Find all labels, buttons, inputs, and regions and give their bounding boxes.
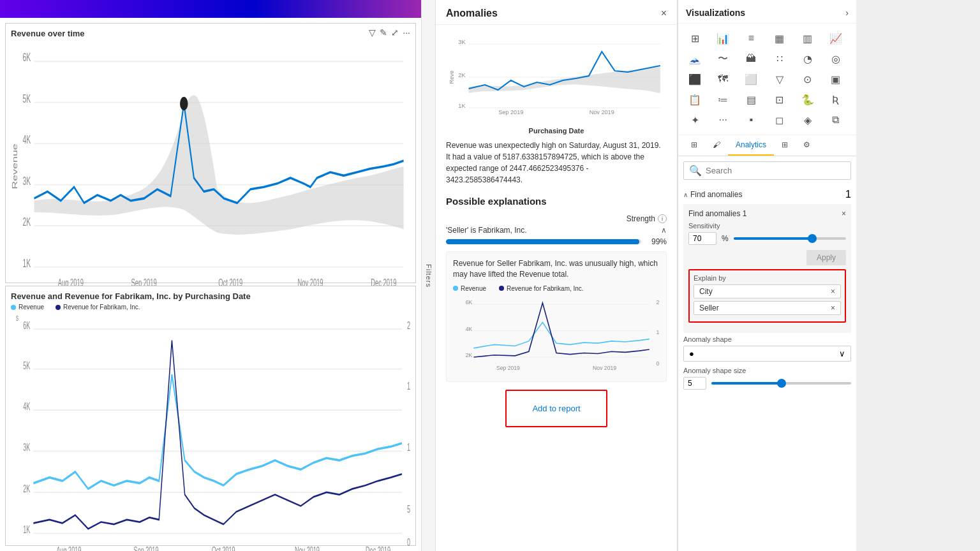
viz-icon-kpi[interactable]: 📋 — [683, 90, 706, 109]
viz-icon-table2[interactable]: ▤ — [739, 90, 762, 109]
legend-fabrikam: Revenue for Fabrikam, Inc. — [56, 304, 140, 311]
viz-icon-map[interactable]: 🗺 — [711, 70, 734, 89]
shape-size-input[interactable] — [683, 377, 706, 390]
viz-icon-table[interactable]: ⊞ — [683, 29, 706, 48]
size-row — [683, 377, 851, 390]
shape-size-slider[interactable] — [711, 382, 851, 385]
slider-fill — [734, 237, 812, 240]
svg-text:20K: 20K — [657, 299, 660, 305]
viz-icon-pie[interactable]: ◔ — [796, 49, 819, 68]
find-anomalies-count: 1 — [845, 189, 851, 200]
viz-icon-stacked-bar[interactable]: ≡ — [739, 29, 762, 48]
detail-legend-fabrikam: Revenue for Fabrikam, Inc. — [499, 285, 584, 292]
progress-bar-container: 99% — [446, 237, 667, 246]
tab-analytics[interactable]: Analytics — [728, 135, 774, 156]
svg-text:3K: 3K — [458, 39, 465, 45]
viz-icon-line[interactable]: 📈 — [824, 29, 847, 48]
filter-icon[interactable]: ▽ — [369, 27, 376, 38]
size-slider-fill — [711, 382, 782, 385]
viz-header: Visualizations › — [678, 0, 856, 24]
strength-info-icon: i — [658, 214, 667, 223]
svg-text:0K: 0K — [657, 360, 660, 367]
filters-label: Filters — [425, 264, 433, 288]
svg-text:4K: 4K — [23, 400, 30, 412]
viz-icon-scatter[interactable]: ∷ — [768, 49, 791, 68]
viz-icon-donut[interactable]: ◎ — [824, 49, 847, 68]
viz-icon-filled-map[interactable]: ⬜ — [739, 70, 762, 89]
svg-text:s: s — [16, 312, 19, 323]
svg-text:3K: 3K — [23, 442, 30, 453]
anomaly-description: Revenue was unexpectedly high on Saturda… — [446, 140, 667, 186]
viz-icon-more[interactable]: ··· — [711, 110, 734, 129]
svg-point-13 — [180, 97, 188, 110]
explain-tag-seller-close[interactable]: × — [831, 304, 835, 312]
viz-icon-waterfall[interactable]: 🏔 — [739, 49, 762, 68]
svg-text:Reve: Reve — [449, 71, 455, 84]
svg-text:Aug 2019: Aug 2019 — [56, 545, 81, 551]
viz-icon-area[interactable]: 🗻 — [683, 49, 706, 68]
anomalies-mini-chart-svg: 3K 2K 1K Reve Sep 2019 Nov 2019 — [446, 33, 667, 115]
anomalies-close-btn[interactable]: × — [661, 8, 667, 19]
explain-tag-city-label: City — [699, 287, 713, 296]
viz-icon-card[interactable]: ▣ — [824, 70, 847, 89]
viz-icon-gauge[interactable]: ⊙ — [796, 70, 819, 89]
apply-button[interactable]: Apply — [806, 250, 846, 265]
anomaly-shape-size-label: Anomaly shape size — [683, 367, 851, 374]
viz-icon-slicer[interactable]: ≔ — [711, 90, 734, 109]
viz-icon-python[interactable]: 🐍 — [796, 90, 819, 109]
anomalies-purchasing-label: Purchasing Date — [446, 127, 667, 135]
expand-icon[interactable]: ⤢ — [391, 27, 399, 38]
viz-icon-custom3[interactable]: ◈ — [796, 110, 819, 129]
tab-tools2[interactable]: ⚙ — [796, 135, 818, 156]
fa-card-close-btn[interactable]: × — [842, 209, 846, 218]
sensitivity-input[interactable] — [688, 232, 716, 245]
svg-text:6K: 6K — [466, 299, 473, 305]
viz-icon-ai-custom[interactable]: ✦ — [683, 110, 706, 129]
top-bar — [0, 0, 421, 18]
viz-icon-treemap[interactable]: ⬛ — [683, 70, 706, 89]
explain-tag-seller-label: Seller — [699, 304, 719, 312]
svg-text:15K: 15K — [407, 380, 410, 392]
tab-format[interactable]: 🖌 — [705, 135, 728, 156]
viz-icon-r[interactable]: Ʀ — [824, 90, 847, 109]
tab-build[interactable]: ⊞ — [683, 135, 705, 156]
edit-icon[interactable]: ✎ — [380, 27, 387, 38]
explain-tag-city-close[interactable]: × — [831, 287, 835, 296]
find-anomalies-caret[interactable]: ∧ — [683, 191, 688, 198]
viz-icon-custom1[interactable]: ▪ — [739, 110, 762, 129]
viz-icon-custom2[interactable]: ◻ — [768, 110, 791, 129]
add-to-report-button[interactable]: Add to report — [507, 399, 606, 418]
size-slider-track — [711, 382, 851, 385]
more-icon[interactable]: ··· — [403, 27, 410, 38]
analytics-label: Analytics — [736, 140, 766, 149]
slider-thumb[interactable] — [808, 234, 817, 243]
detail-mini-chart-svg: 6K 4K 2K 20K 10K 0K Sep 2019 Nov 2019 — [453, 296, 660, 372]
svg-text:1K: 1K — [23, 257, 31, 270]
viz-icon-ribbon[interactable]: 〜 — [711, 49, 734, 68]
progress-fill — [446, 239, 639, 244]
viz-icon-matrix[interactable]: ⊡ — [768, 90, 791, 109]
viz-icon-clustered-bar[interactable]: ▦ — [768, 29, 791, 48]
viz-icon-bar[interactable]: 📊 — [711, 29, 734, 48]
size-slider-thumb[interactable] — [777, 379, 786, 388]
search-input[interactable] — [706, 166, 845, 175]
svg-text:Nov 2019: Nov 2019 — [295, 545, 320, 551]
anomaly-shape-value: ● — [689, 349, 694, 358]
anomaly-shape-dropdown[interactable]: ● ∨ — [683, 346, 851, 362]
sensitivity-slider[interactable] — [734, 237, 846, 240]
svg-text:5K: 5K — [407, 503, 410, 515]
viz-icon-custom4[interactable]: ⧉ — [824, 110, 847, 129]
explain-by-label: Explain by — [694, 274, 841, 282]
anomalies-body: 3K 2K 1K Reve Sep 2019 Nov 2019 — [436, 25, 677, 551]
detail-legend: Revenue Revenue for Fabrikam, Inc. — [453, 285, 660, 292]
detail-dot-revenue — [453, 286, 458, 291]
viz-icon-100pct-bar[interactable]: ▥ — [796, 29, 819, 48]
viz-icon-funnel[interactable]: ▽ — [768, 70, 791, 89]
find-anomalies-label: ∧ Find anomalies — [683, 190, 742, 199]
viz-expand-icon[interactable]: › — [845, 8, 849, 18]
svg-text:Dec 2019: Dec 2019 — [366, 545, 390, 551]
anomalies-panel: Anomalies × 3K 2K 1K Reve Sep 2019 — [435, 0, 678, 551]
expand-explanation-btn[interactable]: ∧ — [661, 226, 667, 235]
tab-tools1[interactable]: ⊞ — [774, 135, 796, 156]
chart2-box: Revenue and Revenue for Fabrikam, Inc. b… — [5, 286, 416, 546]
